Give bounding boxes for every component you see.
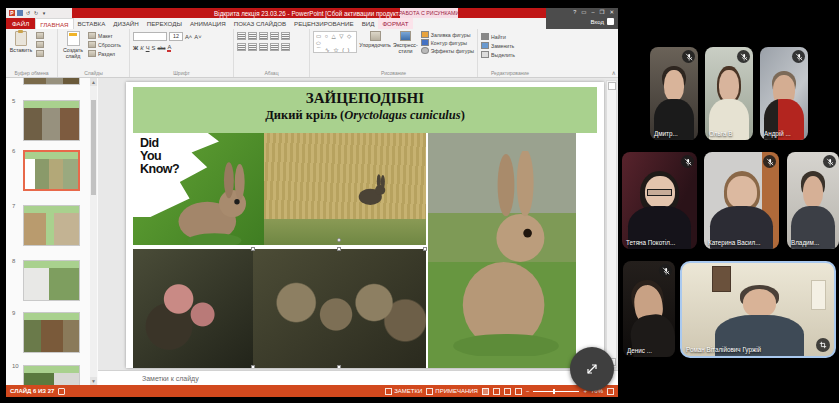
thumbnail-scrollbar[interactable]: ▲ ▼: [90, 78, 97, 385]
shape-fill-button[interactable]: Заливка фигуры: [421, 31, 474, 38]
shadow-button[interactable]: S: [152, 45, 156, 51]
tab-transitions[interactable]: ПЕРЕХОДЫ: [143, 18, 186, 29]
strikethrough-button[interactable]: abc: [157, 45, 165, 51]
align-left-icon[interactable]: [237, 43, 246, 51]
fit-slide-icon[interactable]: [607, 388, 614, 395]
reading-view-button[interactable]: [504, 388, 511, 395]
shrink-font-icon[interactable]: A˅: [194, 34, 201, 40]
video-tile-tetiana[interactable]: Тетяна Покотіл...: [622, 152, 697, 249]
video-tile-roman-active-speaker[interactable]: Роман Віталійович Гуржій: [680, 261, 836, 358]
display-settings-icon[interactable]: [58, 388, 65, 395]
rotate-handle[interactable]: [337, 238, 341, 242]
indent-decrease-icon[interactable]: [259, 32, 268, 40]
zoom-slider-thumb[interactable]: [553, 389, 555, 394]
align-center-icon[interactable]: [248, 43, 257, 51]
expand-fullscreen-button[interactable]: [570, 347, 614, 391]
layout-button[interactable]: Макет: [88, 32, 121, 39]
format-painter-icon[interactable]: [36, 50, 44, 57]
scroll-down-icon[interactable]: ▼: [90, 377, 97, 385]
underline-button[interactable]: Ч: [146, 45, 150, 51]
video-tile-vladym[interactable]: Владим...: [787, 152, 839, 249]
zoom-slider[interactable]: [533, 391, 579, 392]
slide-title-block[interactable]: ЗАЙЦЕПОДІБНІ Дикий кріль (Oryctolagus cu…: [133, 87, 597, 133]
collapse-ribbon-icon[interactable]: ∧: [612, 69, 616, 76]
restore-button[interactable]: ❐: [599, 9, 604, 16]
italic-button[interactable]: К: [140, 45, 143, 51]
tab-home[interactable]: ГЛАВНАЯ: [35, 18, 73, 29]
photo-rabbit-in-field[interactable]: [264, 133, 426, 245]
video-tile-kateryna[interactable]: Катерина Васил...: [704, 152, 779, 249]
video-tile-andrii[interactable]: Андрій ...: [760, 47, 808, 140]
selection-handle[interactable]: [251, 365, 255, 368]
notes-toggle-button[interactable]: ЗАМЕТКИ: [385, 388, 422, 395]
slide-6[interactable]: ЗАЙЦЕПОДІБНІ Дикий кріль (Oryctolagus cu…: [126, 82, 604, 368]
justify-icon[interactable]: [270, 43, 279, 51]
line-spacing-icon[interactable]: [281, 32, 290, 40]
thumbnail-slide-6-selected[interactable]: [23, 150, 80, 191]
photo-did-you-know-rabbit[interactable]: Did You Know?: [133, 133, 264, 245]
paste-button[interactable]: Вставить: [9, 31, 33, 69]
tab-design[interactable]: ДИЗАЙН: [109, 18, 142, 29]
selection-handle[interactable]: [337, 247, 341, 251]
thumbnail-slide-9[interactable]: [23, 312, 80, 353]
tab-insert[interactable]: ВСТАВКА: [74, 18, 110, 29]
font-color-button[interactable]: A: [167, 44, 171, 52]
thumbnail-slide-5[interactable]: [23, 100, 80, 141]
new-slide-button[interactable]: Создать слайд: [61, 31, 85, 69]
font-size-combobox[interactable]: 12: [169, 32, 183, 41]
bold-button[interactable]: Ж: [133, 45, 138, 51]
ribbon-options-button[interactable]: ▭: [581, 9, 586, 16]
sign-in-button[interactable]: Вход: [546, 16, 618, 25]
shape-effects-button[interactable]: Эффекты фигуры: [421, 47, 474, 54]
tab-review[interactable]: РЕЦЕНЗИРОВАНИЕ: [290, 18, 358, 29]
columns-icon[interactable]: [281, 43, 290, 51]
font-name-combobox[interactable]: [133, 32, 167, 41]
thumbnail-slide-7[interactable]: [23, 205, 80, 246]
qat-dropdown-icon[interactable]: ▾: [41, 10, 47, 16]
normal-view-button[interactable]: [482, 388, 489, 395]
section-button[interactable]: Раздел: [88, 50, 121, 57]
select-button[interactable]: Выделить: [481, 51, 515, 58]
scrollbar-thumb[interactable]: [91, 100, 96, 195]
tab-file[interactable]: ФАЙЛ: [6, 18, 35, 29]
indent-increase-icon[interactable]: [270, 32, 279, 40]
undo-icon[interactable]: ↺: [25, 10, 31, 16]
find-button[interactable]: Найти: [481, 33, 515, 40]
notes-pane[interactable]: Заметки к слайду: [98, 370, 618, 385]
tab-animations[interactable]: АНИМАЦИЯ: [186, 18, 230, 29]
copy-icon[interactable]: [36, 41, 44, 48]
crop-view-icon[interactable]: [816, 338, 830, 352]
arrange-button[interactable]: Упорядочить: [360, 31, 390, 69]
bullets-icon[interactable]: [237, 32, 246, 40]
tab-slideshow[interactable]: ПОКАЗ СЛАЙДОВ: [230, 18, 290, 29]
video-tile-olha[interactable]: Ольга В: [705, 47, 753, 140]
selection-handle[interactable]: [251, 247, 255, 251]
thumbnail-slide-4[interactable]: [23, 78, 80, 85]
selection-handle[interactable]: [337, 365, 341, 368]
shapes-gallery[interactable]: ▭ ○ △ ▽ ◇ ⬭⌒ ∿ ☆ ( ) ↯: [313, 31, 357, 53]
cut-icon[interactable]: [36, 32, 44, 39]
tab-view[interactable]: ВИД: [358, 18, 379, 29]
thumbnail-slide-8[interactable]: [23, 260, 80, 301]
comments-toggle-button[interactable]: ПРИМЕЧАНИЯ: [426, 388, 478, 395]
tab-format[interactable]: ФОРМАТ: [378, 18, 412, 29]
zoom-out-button[interactable]: −: [526, 388, 530, 394]
slideshow-button[interactable]: [515, 388, 522, 395]
quick-styles-button[interactable]: Экспресс-стили: [393, 31, 418, 69]
grow-font-icon[interactable]: A˄: [185, 34, 192, 40]
help-button[interactable]: ?: [573, 9, 576, 16]
scroll-up-icon[interactable]: [608, 82, 616, 90]
reset-button[interactable]: Сбросить: [88, 41, 121, 48]
video-tile-dmytro[interactable]: Дмитр...: [650, 47, 698, 140]
selection-handle[interactable]: [423, 247, 427, 251]
align-right-icon[interactable]: [259, 43, 268, 51]
slide-sorter-button[interactable]: [493, 388, 500, 395]
thumbnail-slide-10[interactable]: [23, 365, 80, 385]
replace-button[interactable]: Заменить: [481, 42, 515, 49]
save-icon[interactable]: [17, 10, 23, 16]
redo-icon[interactable]: ↻: [33, 10, 39, 16]
slide-scrollbar[interactable]: [606, 80, 617, 368]
video-tile-denys[interactable]: Денис ...: [623, 261, 675, 357]
photo-baby-rabbits-selected[interactable]: [253, 249, 426, 368]
slide-thumbnail-panel[interactable]: 5 6 7 8 9: [6, 78, 99, 385]
